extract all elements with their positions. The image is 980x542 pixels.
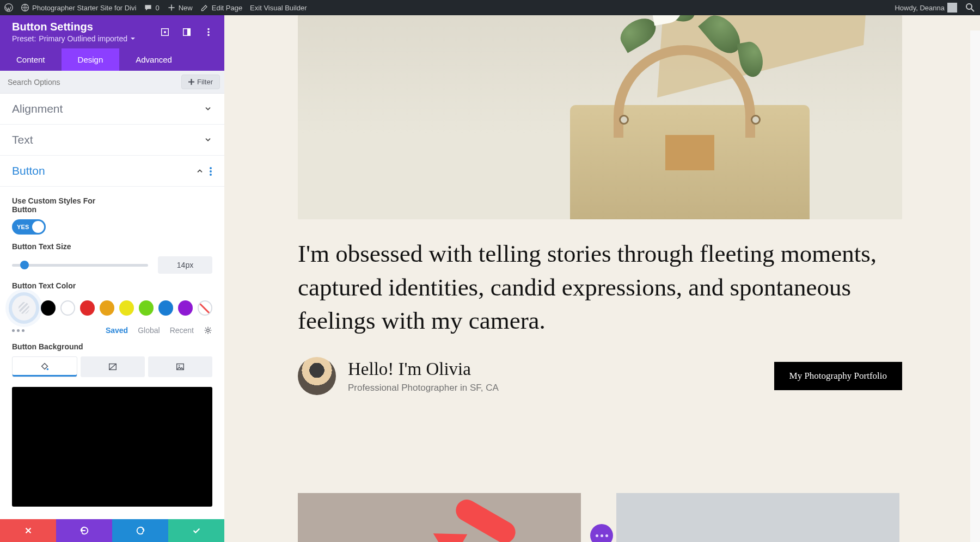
custom-styles-toggle[interactable]: YES <box>12 219 46 235</box>
cancel-button[interactable] <box>0 519 56 542</box>
svg-rect-6 <box>187 28 190 35</box>
plus-icon <box>188 79 194 85</box>
close-icon <box>23 526 33 535</box>
palette-global[interactable]: Global <box>138 326 160 335</box>
wp-admin-bar: Photographer Starter Site for Divi 0 New… <box>0 0 980 15</box>
preset-name: Primary Outlined imported <box>39 34 127 43</box>
swatch-none[interactable] <box>198 300 212 316</box>
expand-icon[interactable] <box>160 27 170 37</box>
user-avatar-icon <box>947 3 957 13</box>
section-alignment-title: Alignment <box>12 102 63 115</box>
section-text[interactable]: Text <box>0 125 224 156</box>
swatch-blue[interactable] <box>158 300 173 316</box>
swatch-green[interactable] <box>139 300 154 316</box>
exit-builder-link[interactable]: Exit Visual Builder <box>250 4 307 12</box>
svg-point-4 <box>164 31 166 33</box>
text-color-label: Button Text Color <box>12 281 212 290</box>
gallery-image-1 <box>298 493 581 542</box>
swatch-red[interactable] <box>80 300 95 316</box>
hero-image <box>298 15 902 219</box>
hero-heading: I'm obsessed with telling stories throug… <box>298 237 902 338</box>
swatch-white[interactable] <box>60 300 75 316</box>
module-options-fab[interactable] <box>590 524 613 542</box>
new-link[interactable]: New <box>167 3 193 12</box>
save-button[interactable] <box>168 519 224 542</box>
filter-label: Filter <box>197 78 213 86</box>
page-preview[interactable]: I'm obsessed with telling stories throug… <box>224 15 980 542</box>
preset-prefix: Preset: <box>12 34 36 43</box>
site-name-link[interactable]: Photographer Starter Site for Divi <box>21 3 136 12</box>
svg-point-10 <box>207 329 210 332</box>
preset-selector[interactable]: Preset: Primary Outlined imported <box>12 34 136 43</box>
bg-tab-color[interactable] <box>12 356 77 377</box>
palette-tabs: Saved Global Recent <box>106 326 212 335</box>
svg-point-14 <box>179 365 180 367</box>
chevron-down-icon <box>204 136 212 144</box>
exit-builder-label: Exit Visual Builder <box>250 4 307 12</box>
color-swatches <box>12 295 212 321</box>
tab-design[interactable]: Design <box>62 48 120 71</box>
text-size-value[interactable]: 14px <box>158 256 212 274</box>
author-avatar <box>298 357 336 395</box>
custom-styles-label: Use Custom Styles For Button <box>12 196 105 214</box>
author-role: Professional Photographer in SF, CA <box>348 383 499 393</box>
more-swatches-icon[interactable] <box>12 329 24 332</box>
swatch-black[interactable] <box>41 300 56 316</box>
redo-icon <box>136 526 145 535</box>
svg-point-7 <box>207 28 210 30</box>
section-button-title: Button <box>12 164 45 177</box>
background-label: Button Background <box>12 342 212 351</box>
palette-saved[interactable]: Saved <box>106 326 128 335</box>
section-alignment[interactable]: Alignment <box>0 94 224 125</box>
gallery-image-2 <box>616 493 899 542</box>
background-preview[interactable] <box>12 387 212 507</box>
settings-title: Button Settings <box>12 21 136 33</box>
edit-page-label: Edit Page <box>212 4 242 12</box>
section-button[interactable]: Button <box>0 156 224 187</box>
comments-link[interactable]: 0 <box>144 3 159 12</box>
caret-down-icon <box>130 36 136 41</box>
portfolio-button[interactable]: My Photography Portfolio <box>774 362 902 390</box>
filter-button[interactable]: Filter <box>181 75 220 89</box>
swatch-purple[interactable] <box>178 300 193 316</box>
site-name-text: Photographer Starter Site for Divi <box>32 4 136 12</box>
chevron-down-icon <box>204 104 212 113</box>
author-greeting: Hello! I'm Olivia <box>348 359 499 379</box>
section-button-body: Use Custom Styles For Button YES Button … <box>0 187 224 516</box>
search-row: Filter <box>0 71 224 94</box>
section-text-title: Text <box>12 133 33 146</box>
toggle-knob <box>32 221 44 233</box>
slider-thumb[interactable] <box>20 261 29 269</box>
palette-recent[interactable]: Recent <box>170 326 194 335</box>
new-label: New <box>179 4 193 12</box>
undo-button[interactable] <box>56 519 112 542</box>
text-size-slider[interactable] <box>12 264 148 267</box>
svg-point-2 <box>966 4 972 9</box>
sidebar-header: Button Settings Preset: Primary Outlined… <box>0 15 224 48</box>
howdy-user[interactable]: Howdy, Deanna <box>895 3 957 13</box>
bg-tab-image[interactable] <box>148 356 212 377</box>
toggle-yes-label: YES <box>17 224 29 230</box>
search-input[interactable] <box>0 72 177 92</box>
svg-point-9 <box>207 34 210 36</box>
dock-icon[interactable] <box>182 27 192 37</box>
swatch-yellow[interactable] <box>119 300 134 316</box>
chevron-up-icon <box>195 167 204 175</box>
palette-settings-icon[interactable] <box>204 326 212 335</box>
swatch-current[interactable] <box>12 295 36 321</box>
wp-logo-icon[interactable] <box>4 3 13 12</box>
undo-icon <box>79 526 89 535</box>
admin-search-icon[interactable] <box>965 2 976 13</box>
author-row: Hello! I'm Olivia Professional Photograp… <box>298 357 902 395</box>
bg-tab-gradient[interactable] <box>81 356 145 377</box>
edit-page-link[interactable]: Edit Page <box>200 3 242 12</box>
tab-advanced[interactable]: Advanced <box>119 48 188 71</box>
more-icon[interactable] <box>204 27 213 37</box>
text-size-label: Button Text Size <box>12 242 212 251</box>
redo-button[interactable] <box>112 519 168 542</box>
swatch-orange[interactable] <box>100 300 114 316</box>
tab-content[interactable]: Content <box>0 48 62 71</box>
svg-point-8 <box>207 31 210 33</box>
gradient-icon <box>108 362 118 372</box>
section-options-icon[interactable] <box>210 166 212 176</box>
